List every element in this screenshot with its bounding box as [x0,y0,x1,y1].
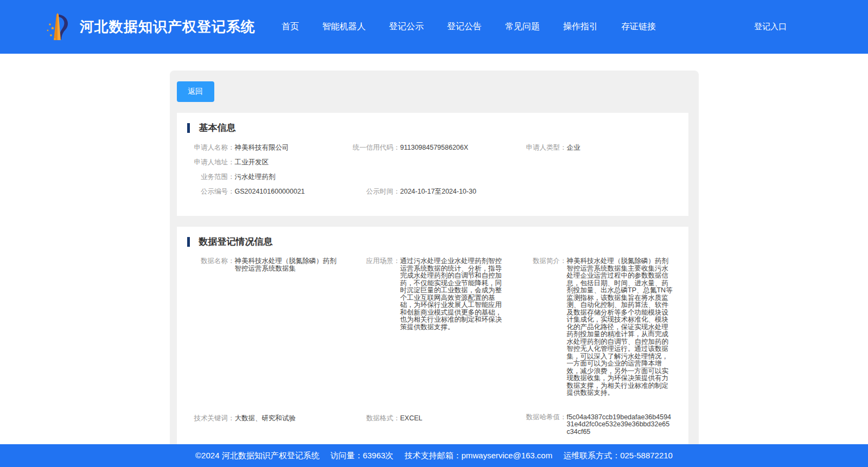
footer-copyright: ©2024 河北数据知识产权登记系统 [195,451,320,461]
page-footer: ©2024 河北数据知识产权登记系统 访问量：63963次 技术支持邮箱：pmw… [0,444,868,467]
main-area: 返回 基本信息 申请人名称： 神美科技有限公司 统一信用代码： 91130984… [0,54,868,444]
registration-row-descriptions: 数据名称： 神美科技水处理（脱氮除磷）药剂智控运营系统数据集 应用场景： 通过污… [187,258,678,397]
basic-info-row: 公示编号： GS2024101600000021 公示时间： 2024-10-1… [187,187,678,196]
field-label: 公示时间： [346,187,400,196]
nav-item-robot[interactable]: 智能机器人 [322,21,366,33]
registration-row-meta: 技术关键词： 大数据、研究和试验 数据格式： EXCEL 数据哈希值： f5c0… [187,414,678,436]
detail-card: 返回 基本信息 申请人名称： 神美科技有限公司 统一信用代码： 91130984… [170,71,699,444]
panel-title-text: 数据登记情况信息 [199,235,273,248]
nav-item-faq[interactable]: 常见问题 [505,21,540,33]
field-label: 公示编号： [187,187,235,196]
field-label: 申请人名称： [187,143,235,152]
field-value: 神美科技有限公司 [235,143,346,152]
panel-title-text: 基本信息 [199,121,236,134]
nav-item-guide[interactable]: 操作指引 [563,21,598,33]
field-value: 污水处理药剂 [235,172,346,182]
registration-info-panel: 数据登记情况信息 数据名称： 神美科技水处理（脱氮除磷）药剂智控运营系统数据集 … [177,227,688,444]
field-publicity-no: 公示编号： GS2024101600000021 [187,187,346,196]
field-application-scenario: 应用场景： 通过污水处理企业水处理药剂智控运营系统数据的统计、分析，指导完成水处… [346,258,513,397]
field-data-hash: 数据哈希值： f5c04a4387ccb19bedafae36b459431e4… [513,414,678,436]
field-tech-keywords: 技术关键词： 大数据、研究和试验 [187,414,346,436]
field-value: GS2024101600000021 [235,187,346,196]
field-label: 应用场景： [346,258,400,265]
title-accent-bar [187,123,190,133]
field-applicant-type: 申请人类型： 企业 [513,143,678,152]
top-header: 河北数据知识产权登记系统 首页 智能机器人 登记公示 登记公告 常见问题 操作指… [0,0,868,54]
field-value: 神美科技水处理（脱氮除磷）药剂智控运营系统数据集主要收集污水处理企业运营过程中的… [567,258,678,397]
site-logo-icon [45,11,71,43]
field-label: 数据哈希值： [513,414,567,421]
basic-info-row: 申请人名称： 神美科技有限公司 统一信用代码： 9113098457958620… [187,143,678,152]
field-label: 统一信用代码： [346,143,400,152]
field-value: 通过污水处理企业水处理药剂智控运营系统数据的统计、分析，指导完成水处理药剂的自调… [400,258,513,331]
field-applicant-address: 申请人地址： 工业开发区 [187,158,346,167]
field-value: EXCEL [400,414,513,423]
registration-info-title: 数据登记情况信息 [187,235,678,248]
field-business-scope: 业务范围： 污水处理药剂 [187,172,346,182]
field-value: 91130984579586206X [400,143,513,152]
footer-support-email: 技术支持邮箱：pmwayservice@163.com [404,451,552,461]
login-entry-link[interactable]: 登记入口 [754,22,787,32]
basic-info-title: 基本信息 [187,121,678,134]
field-value: 大数据、研究和试验 [235,414,346,423]
basic-info-row: 业务范围： 污水处理药剂 [187,172,678,182]
field-value: 神美科技水处理（脱氮除磷）药剂智控运营系统数据集 [235,258,346,272]
main-nav: 首页 智能机器人 登记公示 登记公告 常见问题 操作指引 存证链接 [282,21,656,33]
field-value: 企业 [567,143,678,152]
field-label: 数据格式： [346,414,400,423]
field-label: 业务范围： [187,172,235,182]
field-applicant-name: 申请人名称： 神美科技有限公司 [187,143,346,152]
field-value: 2024-10-17至2024-10-30 [400,187,513,196]
field-value: f5c04a4387ccb19bedafae36b459431e4d2fc0ce… [567,414,678,436]
field-credit-code: 统一信用代码： 91130984579586206X [346,143,513,152]
nav-item-home[interactable]: 首页 [282,21,299,33]
field-publicity-period: 公示时间： 2024-10-17至2024-10-30 [346,187,513,196]
site-title: 河北数据知识产权登记系统 [80,17,256,36]
field-data-summary: 数据简介： 神美科技水处理（脱氮除磷）药剂智控运营系统数据集主要收集污水处理企业… [513,258,678,397]
field-value: 工业开发区 [235,158,346,167]
field-label: 申请人地址： [187,158,235,167]
nav-item-announcement[interactable]: 登记公告 [447,21,482,33]
footer-contact-phone: 运维联系方式：025-58872210 [563,451,673,461]
field-label: 申请人类型： [513,143,567,152]
nav-item-evidence-link[interactable]: 存证链接 [621,21,656,33]
footer-visit-count: 访问量：63963次 [330,451,394,461]
field-data-format: 数据格式： EXCEL [346,414,513,436]
nav-item-publicity[interactable]: 登记公示 [389,21,424,33]
basic-info-panel: 基本信息 申请人名称： 神美科技有限公司 统一信用代码： 91130984579… [177,113,688,216]
basic-info-row: 申请人地址： 工业开发区 [187,158,678,167]
field-label: 数据简介： [513,258,567,265]
field-label: 技术关键词： [187,414,235,423]
field-label: 数据名称： [187,258,235,265]
field-data-name: 数据名称： 神美科技水处理（脱氮除磷）药剂智控运营系统数据集 [187,258,346,397]
title-accent-bar [187,237,190,247]
back-button[interactable]: 返回 [177,81,214,102]
